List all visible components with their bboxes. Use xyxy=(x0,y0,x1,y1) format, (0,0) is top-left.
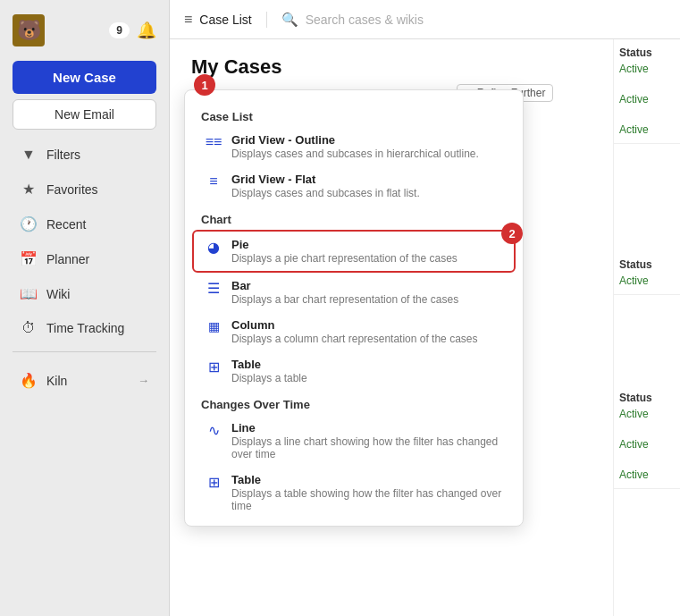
status-group-1: Status Active Active Active xyxy=(614,39,680,144)
status-val-3-3: Active xyxy=(619,468,675,481)
sidebar-item-filters[interactable]: ▼ Filters xyxy=(4,139,165,171)
dropdown-item-pie-desc: Displays a pie chart representation of t… xyxy=(231,252,503,265)
new-case-button[interactable]: New Case xyxy=(13,61,156,94)
notification-badge: 9 xyxy=(109,22,130,38)
status-header-3: Status xyxy=(619,392,675,404)
sidebar-divider xyxy=(13,351,156,352)
sidebar-item-planner[interactable]: 📅 Planner xyxy=(4,242,165,275)
dropdown-item-table-content: Table Displays a table xyxy=(231,358,503,384)
dropdown-item-table-overtime-content: Table Displays a table showing how the f… xyxy=(231,473,503,512)
dropdown-item-bar-title: Bar xyxy=(231,279,503,292)
column-icon: ▦ xyxy=(205,319,222,333)
sidebar-item-recent[interactable]: 🕐 Recent xyxy=(4,207,165,240)
status-group-3: Status Active Active Active xyxy=(614,384,680,489)
bell-icon[interactable]: 🔔 xyxy=(137,21,156,40)
sidebar-item-label: Favorites xyxy=(46,182,98,197)
status-val-1-3: Active xyxy=(619,123,675,136)
status-val-1-2: Active xyxy=(619,93,675,105)
sidebar-item-time-tracking[interactable]: ⏱ Time Tracking xyxy=(4,312,165,344)
dropdown-item-grid-flat[interactable]: ≡ Grid View - Flat Displays cases and su… xyxy=(189,166,519,206)
dropdown-item-table-overtime-desc: Displays a table showing how the filter … xyxy=(231,487,503,512)
sidebar-item-label: Time Tracking xyxy=(46,321,124,335)
timer-icon: ⏱ xyxy=(20,320,38,336)
topbar-caselist-label: Case List xyxy=(199,13,251,27)
dropdown-item-line[interactable]: ∿ Line Displays a line chart showing how… xyxy=(189,415,519,467)
topbar-search[interactable]: 🔍 Search cases & wikis xyxy=(267,12,424,28)
pie-icon: ◕ xyxy=(205,239,222,256)
status-val-3-2: Active xyxy=(619,438,675,451)
topbar: ≡ Case List 🔍 Search cases & wikis xyxy=(170,0,680,39)
dropdown-item-table-title: Table xyxy=(231,358,503,371)
search-icon: 🔍 xyxy=(281,12,298,28)
sidebar-item-label: Recent xyxy=(46,217,86,232)
dropdown-item-line-title: Line xyxy=(231,421,503,435)
sidebar-item-label: Filters xyxy=(46,148,80,162)
sidebar-nav: ▼ Filters ★ Favorites 🕐 Recent 📅 Planner… xyxy=(0,139,169,607)
book-icon: 📖 xyxy=(20,285,38,302)
topbar-caselist[interactable]: ≡ Case List xyxy=(184,12,267,28)
dropdown-item-table-overtime-title: Table xyxy=(231,473,503,486)
dropdown-item-column[interactable]: ▦ Column Displays a column chart represe… xyxy=(189,312,519,351)
dropdown-item-column-title: Column xyxy=(231,318,503,332)
sidebar-item-label: Planner xyxy=(46,252,89,266)
dropdown-item-bar-content: Bar Displays a bar chart representation … xyxy=(231,279,503,306)
status-val-2-1: Active xyxy=(619,274,675,287)
line-icon: ∿ xyxy=(205,422,222,439)
dropdown-item-line-content: Line Displays a line chart showing how t… xyxy=(231,421,503,460)
status-header-1: Status xyxy=(619,46,675,59)
table-overtime-icon: ⊞ xyxy=(205,474,222,491)
dropdown-item-grid-flat-title: Grid View - Flat xyxy=(231,173,503,186)
dropdown-section-caselist: Case List xyxy=(185,103,523,127)
dropdown-item-pie-title: Pie xyxy=(231,238,503,251)
status-val-1-1: Active xyxy=(619,63,675,75)
dropdown-item-grid-outline[interactable]: ≡≡ Grid View - Outline Displays cases an… xyxy=(189,127,519,166)
view-dropdown: 1 Case List ≡≡ Grid View - Outline Displ… xyxy=(184,89,524,527)
grid-outline-icon: ≡≡ xyxy=(205,134,222,150)
status-val-3-1: Active xyxy=(619,408,675,420)
search-placeholder-text: Search cases & wikis xyxy=(306,13,424,27)
dropdown-item-grid-outline-content: Grid View - Outline Displays cases and s… xyxy=(231,133,503,160)
app-logo: 🐻 xyxy=(13,14,45,46)
clock-icon: 🕐 xyxy=(20,215,38,232)
caselist-icon: ≡ xyxy=(184,12,192,28)
sidebar: 🐻 9 🔔 New Case New Email ▼ Filters ★ Fav… xyxy=(0,0,170,616)
dropdown-section-chart: Chart xyxy=(185,206,523,230)
star-icon: ★ xyxy=(20,181,38,198)
calendar-icon: 📅 xyxy=(20,250,38,267)
dropdown-item-column-desc: Displays a column chart representation o… xyxy=(231,333,503,345)
dropdown-item-table-overtime[interactable]: ⊞ Table Displays a table showing how the… xyxy=(189,467,519,519)
main-content: ≡ Case List 🔍 Search cases & wikis My Ca… xyxy=(170,0,680,616)
bar-icon: ☰ xyxy=(205,280,222,297)
dropdown-item-column-content: Column Displays a column chart represent… xyxy=(231,318,503,345)
dropdown-item-pie-content: Pie Displays a pie chart representation … xyxy=(231,238,503,265)
dropdown-item-table[interactable]: ⊞ Table Displays a table xyxy=(189,351,519,391)
page-title: My Cases xyxy=(191,55,659,79)
sidebar-item-wiki[interactable]: 📖 Wiki xyxy=(4,277,165,310)
dropdown-item-bar[interactable]: ☰ Bar Displays a bar chart representatio… xyxy=(189,273,519,312)
step-badge-1: 1 xyxy=(194,74,215,96)
dropdown-item-pie[interactable]: ◕ Pie Displays a pie chart representatio… xyxy=(192,230,516,273)
sidebar-item-kiln[interactable]: 🔥 Kiln → xyxy=(4,359,165,397)
sidebar-item-favorites[interactable]: ★ Favorites xyxy=(4,173,165,206)
grid-flat-icon: ≡ xyxy=(205,173,222,190)
dropdown-item-line-desc: Displays a line chart showing how the fi… xyxy=(231,435,503,460)
kiln-icon: 🔥 xyxy=(20,372,38,389)
step-badge-2: 2 xyxy=(501,223,523,244)
sidebar-header: 🐻 9 🔔 xyxy=(0,9,169,55)
filter-icon: ▼ xyxy=(20,147,38,163)
status-group-2: Status Active xyxy=(614,251,680,295)
table-icon: ⊞ xyxy=(205,359,222,376)
dropdown-item-grid-flat-content: Grid View - Flat Displays cases and subc… xyxy=(231,173,503,199)
sidebar-item-label: Wiki xyxy=(46,287,70,301)
dropdown-item-bar-desc: Displays a bar chart representation of t… xyxy=(231,293,503,306)
dropdown-item-grid-outline-title: Grid View - Outline xyxy=(231,133,503,147)
kiln-arrow-icon: → xyxy=(138,374,149,387)
dropdown-item-table-desc: Displays a table xyxy=(231,372,503,384)
dropdown-item-grid-outline-desc: Displays cases and subcases in hierarchi… xyxy=(231,148,503,160)
new-email-button[interactable]: New Email xyxy=(13,99,156,130)
status-header-2: Status xyxy=(619,258,675,271)
sidebar-kiln-label: Kiln xyxy=(46,374,67,388)
status-column: Status Active Active Active Status Activ… xyxy=(613,39,680,616)
logo-icon: 🐻 xyxy=(17,19,41,42)
dropdown-item-grid-flat-desc: Displays cases and subcases in flat list… xyxy=(231,187,503,199)
